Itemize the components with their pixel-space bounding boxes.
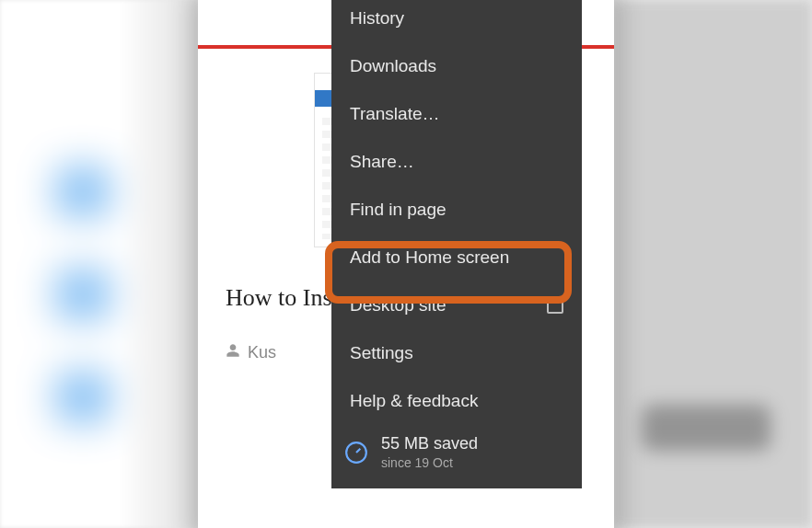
- menu-settings[interactable]: Settings: [331, 329, 582, 377]
- menu-item-label: Find in page: [350, 200, 447, 220]
- menu-find-in-page[interactable]: Find in page: [331, 186, 582, 234]
- data-saved-text: 55 MB saved since 19 Oct: [381, 434, 478, 470]
- menu-item-label: Desktop site: [350, 295, 447, 316]
- data-saved-since: since 19 Oct: [381, 455, 478, 470]
- background-blur-right: [614, 0, 812, 528]
- menu-item-label: Add to Home screen: [350, 247, 509, 268]
- menu-translate[interactable]: Translate…: [331, 90, 582, 138]
- gauge-icon: [344, 441, 368, 465]
- menu-share[interactable]: Share…: [331, 138, 582, 186]
- author-icon: [226, 343, 240, 362]
- menu-downloads[interactable]: Downloads: [331, 42, 582, 90]
- desktop-site-checkbox[interactable]: [547, 297, 563, 314]
- author-name: Kus: [248, 343, 276, 362]
- browser-overflow-menu: History Downloads Translate… Share… Find…: [331, 0, 582, 488]
- menu-item-label: Help & feedback: [350, 391, 478, 411]
- data-saved-amount: 55 MB saved: [381, 434, 478, 453]
- menu-add-to-home-screen[interactable]: Add to Home screen: [331, 234, 582, 281]
- menu-item-label: Downloads: [350, 56, 436, 76]
- menu-item-label: History: [350, 8, 404, 29]
- background-blur-left: [0, 0, 198, 528]
- menu-help-feedback[interactable]: Help & feedback: [331, 377, 582, 425]
- menu-item-label: Settings: [350, 343, 413, 363]
- menu-item-label: Share…: [350, 152, 414, 172]
- menu-data-saved[interactable]: 55 MB saved since 19 Oct: [331, 425, 582, 476]
- menu-history[interactable]: History: [331, 0, 582, 42]
- menu-desktop-site[interactable]: Desktop site: [331, 281, 582, 329]
- menu-item-label: Translate…: [350, 104, 440, 124]
